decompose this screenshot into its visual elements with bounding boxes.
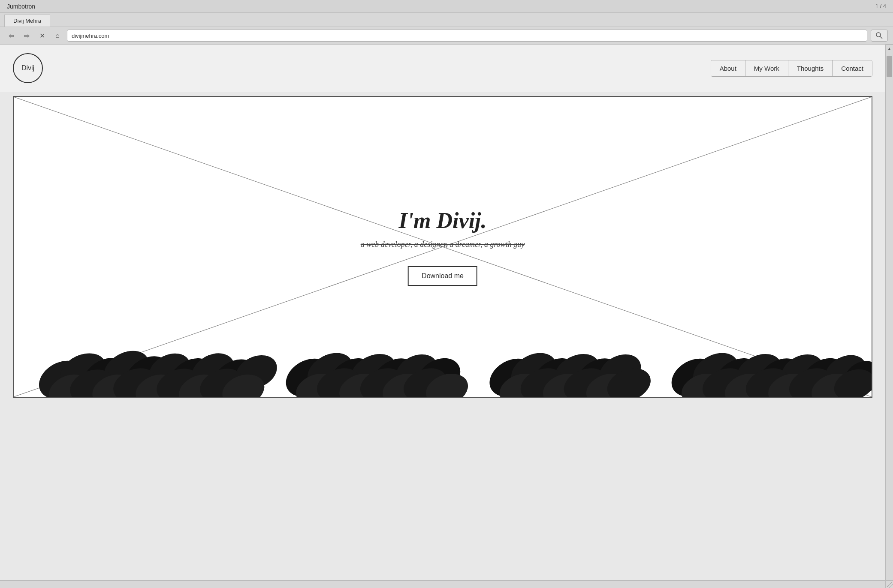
hero-title: I'm Divij. bbox=[361, 208, 525, 233]
scribble-decoration bbox=[14, 311, 872, 397]
browser-toolbar: ⇦ ⇨ ✕ ⌂ divijmehra.com bbox=[0, 27, 893, 45]
svg-line-1 bbox=[880, 36, 882, 39]
main-container: Jumbotron 1 / 4 Divij Mehra ⇦ ⇨ ✕ ⌂ divi… bbox=[0, 0, 893, 588]
site-nav: About My Work Thoughts Contact bbox=[711, 60, 872, 77]
app-title: Jumbotron bbox=[7, 3, 35, 10]
jumbotron: I'm Divij. a web developer, a designer, … bbox=[13, 96, 872, 398]
search-button[interactable] bbox=[871, 30, 888, 42]
scrollbar: ▲ ▼ bbox=[885, 45, 893, 588]
hero-content: I'm Divij. a web developer, a designer, … bbox=[361, 208, 525, 286]
address-bar[interactable]: divijmehra.com bbox=[67, 30, 867, 42]
nav-my-work[interactable]: My Work bbox=[745, 60, 788, 76]
top-bar: Jumbotron 1 / 4 bbox=[0, 0, 893, 13]
site-wrapper: Divij About My Work Thoughts Contact bbox=[0, 45, 885, 588]
forward-button[interactable]: ⇨ bbox=[21, 30, 33, 42]
home-button[interactable]: ⌂ bbox=[51, 30, 63, 42]
nav-about[interactable]: About bbox=[711, 60, 745, 76]
svg-point-0 bbox=[876, 33, 881, 37]
nav-contact[interactable]: Contact bbox=[833, 60, 872, 76]
hero-subtitle: a web developer, a designer, a dreamer, … bbox=[361, 240, 525, 249]
close-button[interactable]: ✕ bbox=[36, 30, 48, 42]
scrollbar-corner bbox=[885, 580, 893, 588]
site-navbar: Divij About My Work Thoughts Contact bbox=[0, 45, 885, 92]
back-button[interactable]: ⇦ bbox=[5, 30, 17, 42]
svg-line-67 bbox=[889, 584, 893, 588]
browser-chrome: Divij Mehra bbox=[0, 13, 893, 27]
horizontal-scrollbar[interactable] bbox=[0, 580, 885, 588]
scroll-thumb[interactable] bbox=[887, 56, 892, 77]
jumbotron-inner: I'm Divij. a web developer, a designer, … bbox=[14, 97, 872, 397]
scroll-track bbox=[886, 52, 893, 580]
page-indicator: 1 / 4 bbox=[875, 3, 886, 9]
site-logo[interactable]: Divij bbox=[13, 53, 43, 83]
download-button[interactable]: Download me bbox=[408, 266, 477, 286]
scroll-up-button[interactable]: ▲ bbox=[886, 45, 893, 52]
svg-line-66 bbox=[887, 582, 892, 587]
browser-tab[interactable]: Divij Mehra bbox=[4, 15, 50, 27]
nav-thoughts[interactable]: Thoughts bbox=[788, 60, 833, 76]
content-area: Divij About My Work Thoughts Contact bbox=[0, 45, 893, 588]
